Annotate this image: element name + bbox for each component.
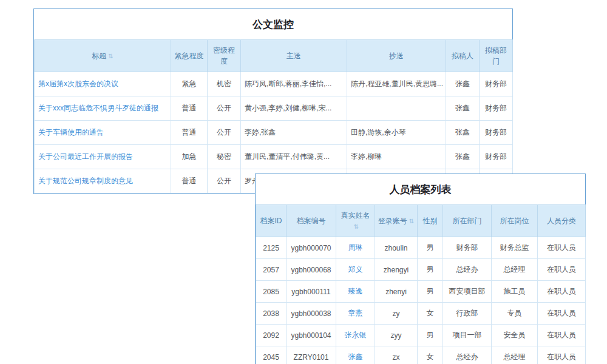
- sort-icon[interactable]: ⇅: [409, 218, 414, 224]
- person-table-cell-position: 安全员: [492, 325, 538, 346]
- person-table-cell-account: zy: [375, 303, 418, 325]
- doc-table-row: 关于车辆使用的通告普通公开李婷,张鑫田静,游恢,余小琴张鑫财务部: [35, 121, 513, 145]
- person-table-cell-archive_id: 2038: [256, 303, 287, 325]
- person-table-cell-account: zhenyi: [375, 281, 418, 303]
- person-table-cell-archive_no: ygbh000068: [287, 259, 336, 281]
- column-header-label: 紧急程度: [175, 52, 204, 60]
- person-table-cell-department: 西安项目部: [443, 281, 492, 303]
- person-table-cell-real_name: 张鑫: [336, 346, 375, 364]
- person-table-cell-account: zhengyi: [375, 259, 418, 281]
- person-table-header-real_name[interactable]: 真实姓名⇅: [336, 205, 375, 237]
- doc-table-cell-urgency: 普通: [171, 121, 208, 145]
- doc-table-title-link[interactable]: 关于车辆使用的通告: [38, 128, 104, 136]
- person-table-cell-gender: 女: [418, 346, 443, 364]
- person-table-real_name-link[interactable]: 张永银: [345, 331, 367, 339]
- person-table-real_name-link[interactable]: 周琳: [348, 243, 363, 252]
- doc-table-cell-urgency: 紧急: [171, 72, 208, 96]
- doc-table-row: 关于公司最近工作开展的报告加急秘密董川民,董清平,付伟璐,黄...李婷,柳琳张鑫…: [35, 145, 513, 169]
- column-header-label: 抄送: [389, 52, 404, 60]
- person-table-cell-position: 施工员: [492, 281, 538, 303]
- person-table-cell-archive_id: 2085: [256, 281, 287, 303]
- document-monitor-title: 公文监控: [34, 9, 512, 39]
- personnel-archive-panel: 人员档案列表 档案ID档案编号真实姓名⇅登录账号⇅性别所在部门所在岗位人员分类 …: [255, 174, 586, 364]
- sort-icon[interactable]: ⇅: [354, 223, 359, 230]
- person-table-real_name-link[interactable]: 章燕: [348, 309, 363, 317]
- doc-table-title-link[interactable]: 关于xxx同志临危不惧勇斗歹徒的通报: [38, 104, 158, 112]
- doc-table-header-cc: 抄送: [347, 40, 446, 72]
- doc-table-cell-secrecy: 公开: [208, 169, 241, 194]
- doc-table-cell-drafter: 张鑫: [446, 121, 480, 145]
- doc-table-cell-title: 关于规范公司规章制度的意见: [35, 169, 171, 194]
- doc-table-row: 关于xxx同志临危不惧勇斗歹徒的通报普通公开黄小强,李婷,刘健,柳琳,宋...张…: [35, 96, 513, 121]
- doc-table-cell-main_to: 李婷,张鑫: [241, 121, 347, 145]
- person-table-header-archive_no: 档案编号: [287, 205, 336, 237]
- person-table-real_name-link[interactable]: 张鑫: [348, 352, 363, 361]
- person-table-cell-department: 行政部: [443, 303, 492, 325]
- person-table-cell-archive_id: 2045: [256, 346, 287, 364]
- person-table-cell-category: 在职人员: [538, 346, 586, 364]
- doc-table-cell-urgency: 加急: [171, 145, 208, 169]
- person-table-row: 2125ygbh000070周琳zhoulin男财务部财务总监在职人员: [256, 237, 586, 259]
- person-table-cell-archive_no: ZZRY0101: [287, 346, 336, 364]
- person-table-header-gender: 性别: [418, 205, 443, 237]
- person-table-cell-real_name: 张永银: [336, 325, 375, 346]
- person-table-real_name-link[interactable]: 郑义: [348, 265, 363, 274]
- column-header-label: 拟稿人: [452, 52, 473, 60]
- person-table-cell-category: 在职人员: [538, 303, 586, 325]
- doc-table-cell-drafter: 张鑫: [446, 145, 480, 169]
- person-table-cell-position: 专员: [492, 303, 538, 325]
- doc-table-cell-drafter: 张鑫: [446, 72, 480, 96]
- doc-table-cell-draft_dept: 财务部: [480, 72, 513, 96]
- column-header-label: 拟稿部门: [485, 46, 507, 66]
- personnel-archive-title: 人员档案列表: [256, 174, 585, 204]
- doc-table-cell-title: 关于公司最近工作开展的报告: [35, 145, 171, 169]
- doc-table-cell-title: 关于xxx同志临危不惧勇斗歹徒的通报: [35, 96, 171, 121]
- doc-table-cell-urgency: 普通: [171, 96, 208, 121]
- person-table-real_name-link[interactable]: 臻逸: [348, 287, 363, 295]
- doc-table-cell-title: 第x届第x次股东会的决议: [35, 72, 171, 96]
- person-table-cell-category: 在职人员: [538, 259, 586, 281]
- doc-table-cell-title: 关于车辆使用的通告: [35, 121, 171, 145]
- person-table-header-archive_id: 档案ID: [256, 205, 287, 237]
- column-header-label: 登录账号: [378, 217, 407, 225]
- person-table-cell-account: zhoulin: [375, 237, 418, 259]
- doc-table-header-draft_dept: 拟稿部门: [480, 40, 513, 72]
- person-table-header-account[interactable]: 登录账号⇅: [375, 205, 418, 237]
- person-table-cell-gender: 男: [418, 259, 443, 281]
- doc-table-cell-urgency: 普通: [171, 169, 208, 194]
- person-table-row: 2092ygbh000104张永银zyy男项目一部安全员在职人员: [256, 325, 586, 346]
- person-table-cell-real_name: 郑义: [336, 259, 375, 281]
- personnel-archive-table: 档案ID档案编号真实姓名⇅登录账号⇅性别所在部门所在岗位人员分类 2125ygb…: [256, 204, 586, 364]
- sort-icon[interactable]: ⇅: [108, 53, 113, 59]
- person-table-cell-gender: 女: [418, 303, 443, 325]
- person-table-cell-archive_no: ygbh000111: [287, 281, 336, 303]
- person-table-cell-department: 总经办: [443, 346, 492, 364]
- doc-table-header-title[interactable]: 标题⇅: [35, 40, 171, 72]
- person-table-cell-position: 总经理: [492, 259, 538, 281]
- person-table-cell-account: zx: [375, 346, 418, 364]
- person-table-row: 2085ygbh000111臻逸zhenyi男西安项目部施工员在职人员: [256, 281, 586, 303]
- doc-table-cell-main_to: 陈巧凤,断郎,蒋丽,李佳怡,...: [241, 72, 347, 96]
- person-table-cell-archive_no: ygbh000070: [287, 237, 336, 259]
- person-table-cell-gender: 男: [418, 325, 443, 346]
- doc-table-title-link[interactable]: 关于公司最近工作开展的报告: [38, 152, 133, 161]
- column-header-label: 主送: [287, 52, 301, 60]
- document-monitor-header-row: 标题⇅紧急程度密级程度主送抄送拟稿人拟稿部门: [35, 40, 513, 72]
- doc-table-cell-cc: 陈丹,程亚雄,董川民,黄思璐...: [347, 72, 446, 96]
- person-table-cell-department: 总经办: [443, 259, 492, 281]
- person-table-cell-position: 总经理: [492, 346, 538, 364]
- doc-table-title-link[interactable]: 第x届第x次股东会的决议: [38, 79, 118, 88]
- column-header-label: 真实姓名: [341, 211, 370, 220]
- doc-table-cell-cc: 田静,游恢,余小琴: [347, 121, 446, 145]
- doc-table-cell-drafter: 张鑫: [446, 96, 480, 121]
- doc-table-cell-secrecy: 机密: [208, 72, 241, 96]
- doc-table-cell-draft_dept: 财务部: [480, 121, 513, 145]
- person-table-cell-real_name: 臻逸: [336, 281, 375, 303]
- person-table-cell-department: 财务部: [443, 237, 492, 259]
- person-table-cell-gender: 男: [418, 281, 443, 303]
- doc-table-title-link[interactable]: 关于规范公司规章制度的意见: [38, 177, 133, 185]
- doc-table-cell-main_to: 黄小强,李婷,刘健,柳琳,宋...: [241, 96, 347, 121]
- column-header-label: 档案编号: [297, 217, 326, 225]
- person-table-cell-archive_id: 2057: [256, 259, 287, 281]
- person-table-header-category: 人员分类: [538, 205, 586, 237]
